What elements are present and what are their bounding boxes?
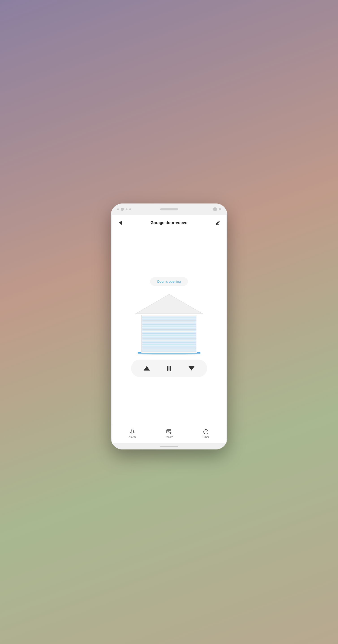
door-slat [142, 316, 196, 318]
record-label: Record [165, 436, 173, 439]
down-arrow-icon [188, 366, 195, 370]
pencil-icon [215, 220, 220, 225]
door-slat [142, 320, 196, 322]
door-slat [142, 318, 196, 320]
door-slat [142, 350, 196, 352]
pause-bar-right [170, 366, 171, 371]
home-indicator [160, 446, 178, 447]
sensor [219, 208, 221, 210]
bottom-navigation: Alarm Record [112, 425, 226, 443]
close-button[interactable] [186, 363, 197, 374]
bell-icon [129, 428, 135, 435]
door-slat [142, 340, 196, 342]
alarm-label: Alarm [129, 436, 136, 439]
door-slat [142, 327, 196, 329]
timer-label: Timer [202, 436, 209, 439]
garage-shadow [135, 354, 203, 355]
nav-item-timer[interactable]: Timer [197, 428, 215, 439]
open-button[interactable] [141, 363, 152, 374]
door-slat [142, 343, 196, 345]
up-arrow-icon [143, 366, 150, 370]
back-chevron-icon [119, 221, 122, 225]
earpiece-speaker [160, 208, 178, 210]
door-slat [142, 345, 196, 347]
svg-marker-1 [135, 294, 203, 314]
pause-icon [167, 366, 171, 371]
dot-small-3 [129, 208, 131, 210]
garage-door-body [141, 315, 197, 353]
svg-point-7 [170, 432, 171, 433]
garage-roof [133, 292, 205, 315]
main-content: Door is opening [112, 230, 226, 425]
controls-bar [131, 360, 207, 377]
page-title: Garage door-vdevo [150, 220, 188, 225]
phone-top-bar [111, 204, 227, 215]
status-text: Door is opening [157, 280, 181, 283]
door-slat [142, 336, 196, 338]
back-button[interactable] [116, 219, 124, 227]
door-slat [142, 334, 196, 336]
door-slat [142, 323, 196, 325]
pause-button[interactable] [163, 363, 175, 374]
door-slat [142, 330, 196, 332]
record-icon [166, 428, 172, 435]
pause-bar-left [167, 366, 168, 371]
dot-small-2 [126, 208, 127, 210]
phone-device: Garage door-vdevo Door is opening [111, 204, 227, 450]
clock-icon [203, 428, 209, 435]
garage-illustration [133, 292, 205, 355]
door-slat [142, 347, 196, 349]
door-slat [142, 338, 196, 340]
nav-item-record[interactable]: Record [160, 428, 178, 439]
camera-lens [121, 208, 124, 211]
edit-button[interactable] [214, 219, 222, 227]
dot-small [117, 208, 119, 210]
background: Garage door-vdevo Door is opening [0, 0, 338, 644]
door-panel [141, 315, 197, 353]
app-header: Garage door-vdevo [112, 215, 226, 230]
camera-dots [117, 208, 131, 211]
phone-bottom-bar [111, 443, 227, 450]
screen: Garage door-vdevo Door is opening [112, 215, 226, 443]
front-camera [213, 207, 217, 211]
nav-item-alarm[interactable]: Alarm [123, 428, 141, 439]
door-slat [142, 332, 196, 334]
status-badge: Door is opening [150, 277, 188, 286]
door-slat [142, 325, 196, 327]
sensor-dots [213, 207, 221, 211]
